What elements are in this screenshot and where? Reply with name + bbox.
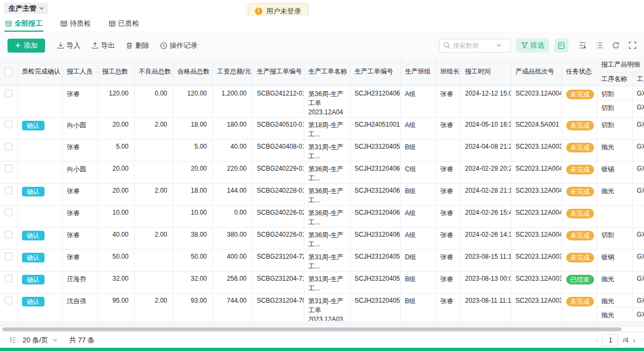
cell-total: 20.00 [98,161,134,183]
column-header-status: 任务状态 [566,68,592,75]
toast-text: 用户未登录 [266,6,301,16]
export-button[interactable]: 导出 [91,41,115,50]
search-box[interactable] [439,39,511,53]
cell-select [0,293,17,321]
cell-total: 20.00 [98,117,134,139]
tab-all-reports[interactable]: 全部报工 [4,16,43,32]
cell-status: 已结束 [561,271,597,293]
import-button[interactable]: 导入 [57,41,80,50]
proc-code: GX00 [633,272,644,285]
table-row: 张睿120.000.00120.001,200.00SCBG241212-01第… [0,86,644,117]
cell-batch: SC2023.12A003 [511,293,561,321]
cell-salary: 400.00 [213,249,252,271]
operation-log-button[interactable]: 操作记录 [160,41,197,50]
refresh-icon[interactable] [611,41,620,50]
cell-defect [134,249,173,271]
confirm-button[interactable]: 确认 [22,121,45,130]
cell-confirm: 确认 [17,249,62,271]
row-checkbox[interactable] [5,187,12,194]
column-header: 生产工单名称 [304,58,350,86]
scrollbar-thumb[interactable] [2,327,621,331]
page-input[interactable] [602,334,618,346]
cell-report_no: SCBG240229-01 [252,161,304,183]
confirm-button[interactable]: 确认 [22,187,45,196]
row-checkbox[interactable] [5,253,12,260]
cell-total: 50.00 [98,249,134,271]
next-page-icon[interactable]: › [633,336,635,345]
cell-qualified: 18.00 [173,117,213,139]
cell-report_no: SCBG240408-01 [252,139,304,161]
delete-button[interactable]: 删除 [126,41,149,50]
role-selector[interactable]: 生产主管 [4,3,48,14]
fullscreen-icon[interactable] [628,41,636,50]
cell-report_no: SCBG231204-70 [252,293,304,321]
confirm-button[interactable]: 确认 [22,297,45,306]
column-header: 合格品总数 [173,58,213,86]
column-header-report_no: 生产报工单编号 [257,68,302,75]
proc-name: 抛光 [597,272,632,285]
confirm-button[interactable]: 确认 [22,231,45,240]
tab-pending-qc[interactable]: 待质检 [60,16,92,32]
proc-code: GX00 [633,100,644,113]
page-size-value: 20 条/页 [23,335,48,345]
prev-page-icon[interactable]: ‹ [596,336,598,345]
cell-order_name: 第36周-生产工... [304,205,350,227]
select-all-checkbox[interactable] [5,68,12,76]
row-checkbox[interactable] [5,165,12,172]
row-checkbox[interactable] [5,143,12,150]
cell-order_no: SCJH23120405 [350,293,400,321]
cell-proc_no: GX00 [632,183,644,205]
cell-salary: 144.00 [213,183,252,205]
status-badge: 未完成 [566,253,594,262]
cell-select [0,161,17,183]
cell-qualified: 20.00 [173,161,213,183]
cell-proc_name: 抛光 [597,183,632,205]
proc-code: GX00 [633,140,644,153]
page-size-icon [9,337,16,344]
column-header: 产成品批次号 [511,58,561,86]
table-tools [578,41,636,50]
tab-done-qc[interactable]: 已质检 [108,16,140,32]
add-button[interactable]: 添加 [8,39,45,53]
cell-defect: 2.00 [134,293,173,321]
row-checkbox[interactable] [5,297,12,304]
filter-scheme-button[interactable] [554,39,568,53]
cell-status: 未完成 [561,139,597,161]
cell-status: 未完成 [561,161,597,183]
cell-leader: 张睿 [436,227,460,249]
confirm-button[interactable]: 确认 [22,253,45,262]
cell-confirm: 确认 [17,293,62,321]
row-checkbox[interactable] [5,231,12,238]
page-size-select[interactable]: 20 条/页 [23,335,57,345]
cell-leader: 张睿 [436,86,460,117]
column-header-proc_no: 工序编号 [632,72,644,86]
cell-proc_no: GX00 [632,227,644,249]
row-checkbox[interactable] [5,90,12,97]
column-list-icon[interactable] [595,41,603,50]
cell-confirm [17,205,62,227]
table-icon [109,20,115,27]
tab-label: 全部报工 [14,19,42,28]
row-checkbox[interactable] [5,121,12,128]
cell-salary: 744.00 [213,293,252,321]
cell-order_no: SCJH23120406 [350,161,400,183]
search-input[interactable] [453,42,494,49]
filter-button[interactable]: 筛选 [516,39,549,53]
cell-report_no: SCBG240228-01 [252,183,304,205]
data-grid[interactable]: 质检完成确认⋮报工人员报工总数不良品总数合格品总数工资总额/元生产报工单编号生产… [0,58,644,321]
cell-total: 40.00 [98,227,134,249]
cell-status: 未完成 [561,86,597,117]
row-checkbox[interactable] [5,209,12,216]
proc-code [633,206,644,219]
cell-leader: 张睿 [436,183,460,205]
status-badge: 未完成 [566,209,594,218]
cell-team: B组 [400,139,436,161]
cell-select [0,139,17,161]
cell-order_name: 第36周-生产工... [304,183,350,205]
cell-report_no: SCBG240226-01 [252,227,304,249]
row-height-icon[interactable] [578,41,587,50]
row-checkbox[interactable] [5,275,12,282]
chevron-down-icon[interactable] [496,43,501,48]
confirm-button[interactable]: 确认 [22,275,45,284]
cell-total: 5.00 [98,139,134,161]
